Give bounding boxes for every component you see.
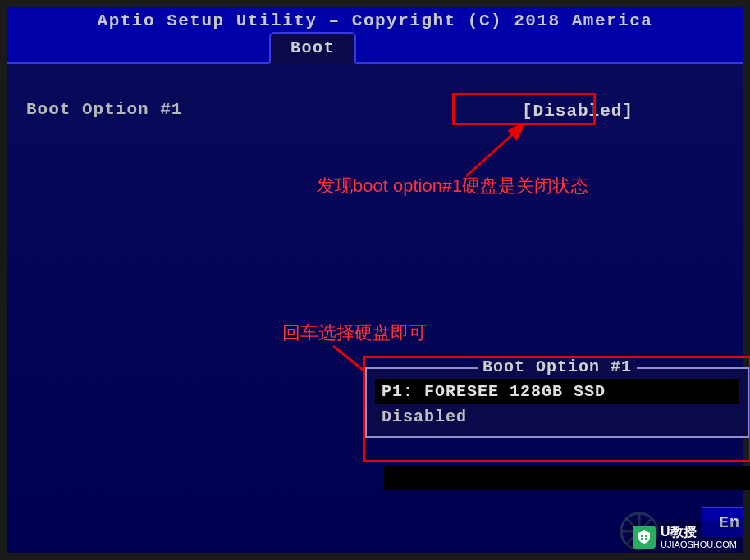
- watermark-title: U教授: [661, 524, 737, 540]
- tab-boot[interactable]: Boot: [269, 32, 356, 64]
- watermark-url: UJIAOSHOU.COM: [661, 540, 737, 550]
- watermark: U教授 UJIAOSHOU.COM: [626, 521, 743, 553]
- boot-option-1-label: Boot Option #1: [26, 100, 182, 122]
- header-title: Aptio Setup Utility – Copyright (C) 2018…: [7, 10, 743, 30]
- annotation-text-2: 回车选择硬盘即可: [282, 321, 427, 345]
- watermark-text: U教授 UJIAOSHOU.COM: [661, 524, 737, 550]
- svg-rect-12: [641, 538, 643, 540]
- svg-rect-11: [645, 535, 647, 537]
- popup-shadow: [384, 466, 750, 490]
- annotation-text-1: 发现boot option#1硬盘是关闭状态: [317, 174, 588, 198]
- svg-rect-13: [645, 538, 647, 540]
- watermark-shield-icon: [633, 526, 656, 549]
- svg-rect-10: [641, 535, 643, 537]
- bios-header: Aptio Setup Utility – Copyright (C) 2018…: [7, 7, 743, 64]
- tab-bar: Boot: [269, 32, 356, 64]
- annotation-box-disabled: [452, 93, 596, 125]
- annotation-box-popup: [363, 356, 750, 462]
- bios-screen: Aptio Setup Utility – Copyright (C) 2018…: [7, 7, 743, 553]
